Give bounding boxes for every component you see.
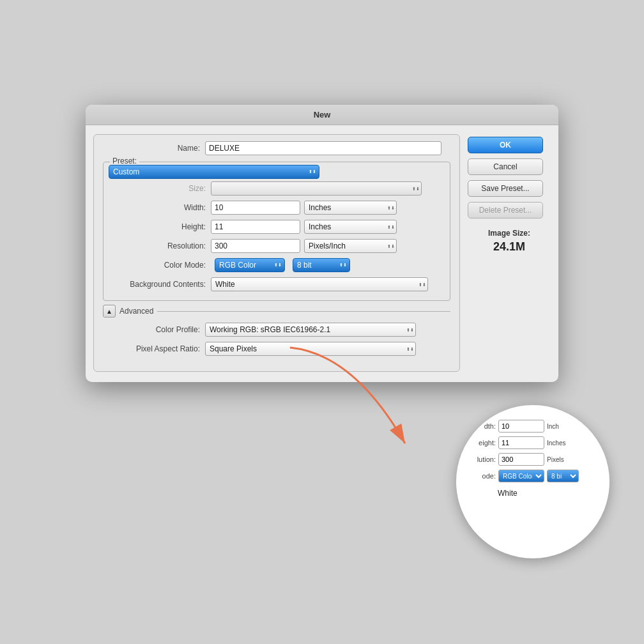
cancel-button[interactable]: Cancel (468, 158, 543, 175)
magnifier-resolution-label: lution: (467, 456, 496, 463)
magnifier-height-row: eight: Inches (467, 436, 599, 449)
dialog-title: New (86, 105, 558, 125)
size-select-wrapper (211, 181, 422, 195)
title-text: New (314, 110, 331, 119)
size-row: Size: (109, 181, 445, 195)
height-input[interactable] (211, 220, 300, 234)
bitdepth-select[interactable]: 8 bit (293, 258, 350, 272)
resolution-input[interactable] (211, 239, 300, 253)
magnifier-resolution-row: lution: Pixels (467, 453, 599, 466)
magnifier-resolution-input[interactable] (498, 453, 544, 466)
colorprofile-select[interactable]: Working RGB: sRGB IEC61966-2.1 (205, 323, 416, 337)
name-input[interactable] (205, 141, 441, 155)
preset-select-wrapper: Custom (109, 165, 319, 179)
magnifier-mode-label: ode: (467, 472, 496, 480)
resolution-unit-wrapper: Pixels/Inch (304, 239, 397, 253)
resolution-unit-select[interactable]: Pixels/Inch (304, 239, 397, 253)
colormode-select-wrapper: RGB Color (215, 258, 285, 272)
magnifier-resolution-unit: Pixels (547, 456, 564, 463)
colorprofile-label: Color Profile: (103, 325, 205, 334)
width-unit-wrapper: Inches (304, 201, 397, 215)
resolution-row: Resolution: Pixels/Inch (109, 239, 445, 253)
colormode-select[interactable]: RGB Color (215, 258, 285, 272)
magnifier-width-label: dth: (467, 422, 496, 430)
advanced-divider (157, 311, 450, 312)
dialog-right-panel: OK Cancel Save Preset... Delete Preset..… (468, 134, 551, 372)
height-unit-wrapper: Inches (304, 220, 397, 234)
magnifier-colormode-row: ode: RGB Color 8 bi (467, 470, 599, 482)
width-label: Width: (109, 203, 211, 212)
colorprofile-select-wrapper: Working RGB: sRGB IEC61966-2.1 (205, 323, 416, 337)
magnifier-width-unit: Inch (547, 423, 559, 430)
magnifier-height-unit: Inches (547, 440, 565, 447)
magnifier-bg-row: White (467, 489, 599, 498)
bitdepth-select-wrapper: 8 bit (293, 258, 350, 272)
preset-group: Preset: Custom Size: (103, 162, 450, 301)
advanced-header: ▲ Advanced (103, 305, 450, 318)
save-preset-button[interactable]: Save Preset... (468, 180, 543, 197)
height-unit-select[interactable]: Inches (304, 220, 397, 234)
height-row: Height: Inches (109, 220, 445, 234)
preset-row: Custom (109, 165, 445, 179)
magnifier-width-input[interactable] (498, 420, 544, 433)
circle-magnifier: dth: Inch eight: Inches lution: Pixels o… (456, 405, 610, 558)
height-label: Height: (109, 222, 211, 231)
image-size-section: Image Size: 24.1M (468, 229, 551, 254)
advanced-label: Advanced (119, 307, 153, 316)
advanced-toggle-button[interactable]: ▲ (103, 305, 116, 318)
bg-label: Background Contents: (109, 280, 211, 289)
pixelaspect-select-wrapper: Square Pixels (205, 342, 416, 356)
advanced-section: ▲ Advanced Color Profile: Working RGB: s… (103, 305, 450, 356)
magnifier-height-label: eight: (467, 439, 496, 447)
pixelaspect-row: Pixel Aspect Ratio: Square Pixels (103, 342, 450, 356)
magnifier-bg-value: White (498, 489, 518, 498)
pixelaspect-select[interactable]: Square Pixels (205, 342, 416, 356)
width-row: Width: Inches (109, 201, 445, 215)
background-row: Background Contents: White (109, 277, 445, 291)
size-select[interactable] (211, 181, 422, 195)
resolution-label: Resolution: (109, 241, 211, 250)
colorprofile-row: Color Profile: Working RGB: sRGB IEC6196… (103, 323, 450, 337)
pixelaspect-label: Pixel Aspect Ratio: (103, 344, 205, 353)
magnifier-mode-select[interactable]: RGB Color (498, 470, 544, 482)
magnifier-depth-select[interactable]: 8 bi (547, 470, 579, 482)
magnifier-width-row: dth: Inch (467, 420, 599, 433)
name-row: Name: (103, 141, 450, 155)
new-document-dialog: New Name: Preset: Custom (86, 105, 558, 382)
bg-select-wrapper: White (211, 277, 428, 291)
preset-select[interactable]: Custom (109, 165, 319, 179)
delete-preset-button[interactable]: Delete Preset... (468, 202, 543, 218)
advanced-content: Color Profile: Working RGB: sRGB IEC6196… (103, 323, 450, 356)
bg-select[interactable]: White (211, 277, 428, 291)
width-unit-select[interactable]: Inches (304, 201, 397, 215)
colormode-label: Color Mode: (109, 261, 211, 270)
image-size-label: Image Size: (468, 229, 551, 238)
width-input[interactable] (211, 201, 300, 215)
size-label: Size: (109, 184, 211, 193)
magnifier-height-input[interactable] (498, 436, 544, 449)
image-size-value: 24.1M (468, 240, 551, 254)
colormode-row: Color Mode: RGB Color 8 bit (109, 258, 445, 272)
name-label: Name: (103, 144, 205, 153)
preset-group-label: Preset: (110, 157, 139, 165)
dialog-left-panel: Name: Preset: Custom S (93, 134, 460, 372)
ok-button[interactable]: OK (468, 137, 543, 153)
